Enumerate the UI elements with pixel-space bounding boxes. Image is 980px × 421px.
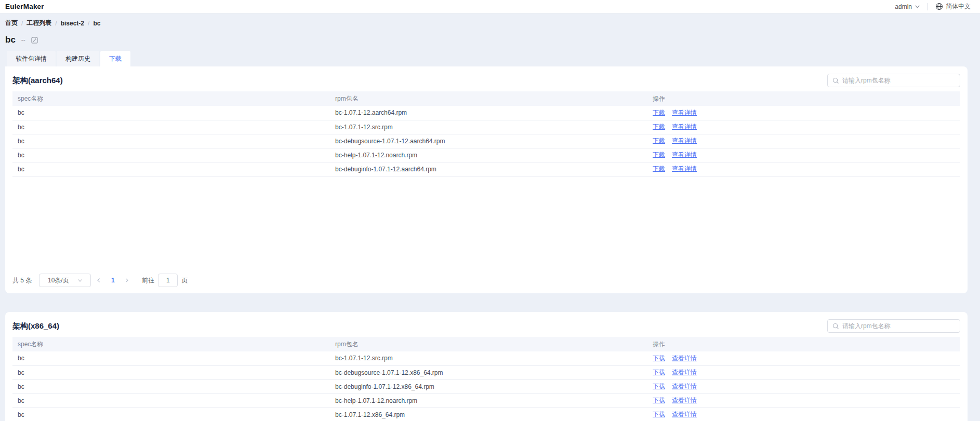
- action-cell: 下载查看详情: [647, 393, 960, 408]
- rpm-cell: bc-help-1.07.1-12.noarch.rpm: [330, 148, 647, 162]
- goto-page-input[interactable]: [158, 274, 178, 287]
- prev-page-button[interactable]: [91, 274, 107, 287]
- action-cell: 下载查看详情: [647, 106, 960, 120]
- breadcrumb-item-home[interactable]: 首页: [5, 19, 18, 28]
- breadcrumb-item-projects[interactable]: 工程列表: [27, 19, 51, 28]
- action-cell: 下载查看详情: [647, 408, 960, 421]
- view-details-link[interactable]: 查看详情: [672, 137, 697, 144]
- download-table-x86-64: spec名称 rpm包名 操作 bcbc-1.07.1-12.src.rpm下载…: [12, 337, 960, 421]
- search-icon: [832, 323, 839, 330]
- pagination: 共 5 条 10条/页 1 前往 页: [12, 274, 960, 287]
- user-menu[interactable]: admin: [895, 3, 920, 10]
- section-title-x86-64: 架构(x86_64): [12, 321, 59, 331]
- page-title: bc: [5, 35, 16, 45]
- rpm-cell: bc-1.07.1-12.x86_64.rpm: [330, 408, 647, 421]
- spec-cell: bc: [12, 351, 330, 365]
- download-link[interactable]: 下载: [653, 411, 665, 418]
- view-details-link[interactable]: 查看详情: [672, 109, 697, 116]
- tab-bar: 软件包详情 构建历史 下载: [7, 51, 980, 66]
- spec-cell: bc: [12, 408, 330, 421]
- view-details-link[interactable]: 查看详情: [672, 411, 697, 418]
- column-header-spec: spec名称: [12, 91, 330, 106]
- breadcrumb-item-project[interactable]: bisect-2: [61, 20, 84, 27]
- table-row: bcbc-1.07.1-12.src.rpm下载查看详情: [12, 351, 960, 365]
- brand-logo[interactable]: EulerMaker: [5, 3, 44, 10]
- breadcrumb: 首页 / 工程列表 / bisect-2 / bc: [5, 19, 980, 28]
- divider: [928, 3, 928, 10]
- download-link[interactable]: 下载: [653, 355, 665, 362]
- breadcrumb-separator: /: [21, 20, 23, 27]
- action-cell: 下载查看详情: [647, 134, 960, 148]
- view-details-link[interactable]: 查看详情: [672, 383, 697, 390]
- action-cell: 下载查看详情: [647, 351, 960, 365]
- rpm-cell: bc-1.07.1-12.src.rpm: [330, 351, 647, 365]
- username: admin: [895, 3, 912, 10]
- download-table-aarch64: spec名称 rpm包名 操作 bcbc-1.07.1-12.aarch64.r…: [12, 91, 960, 176]
- rpm-search-input[interactable]: [842, 77, 955, 84]
- total-count: 共 5 条: [12, 276, 32, 285]
- globe-icon: [935, 3, 943, 10]
- action-cell: 下载查看详情: [647, 162, 960, 176]
- action-cell: 下载查看详情: [647, 379, 960, 393]
- next-page-button[interactable]: [119, 274, 135, 287]
- rpm-search-box: [827, 74, 960, 87]
- search-icon: [832, 77, 839, 84]
- rpm-cell: bc-1.07.1-12.aarch64.rpm: [330, 106, 647, 120]
- tab-build-history[interactable]: 构建历史: [57, 51, 99, 66]
- table-row: bcbc-debugsource-1.07.1-12.x86_64.rpm下载查…: [12, 365, 960, 379]
- page-number-1[interactable]: 1: [107, 277, 119, 284]
- rpm-search-input[interactable]: [842, 322, 955, 330]
- action-cell: 下载查看详情: [647, 148, 960, 162]
- rpm-cell: bc-help-1.07.1-12.noarch.rpm: [330, 393, 647, 408]
- breadcrumb-separator: /: [55, 20, 57, 27]
- chevron-down-icon: [915, 4, 920, 9]
- table-row: bcbc-debugsource-1.07.1-12.aarch64.rpm下载…: [12, 134, 960, 148]
- view-details-link[interactable]: 查看详情: [672, 355, 697, 362]
- table-row: bcbc-help-1.07.1-12.noarch.rpm下载查看详情: [12, 148, 960, 162]
- language-switcher[interactable]: 简体中文: [935, 2, 971, 11]
- language-label: 简体中文: [946, 2, 971, 11]
- rpm-cell: bc-debugsource-1.07.1-12.x86_64.rpm: [330, 365, 647, 379]
- view-details-link[interactable]: 查看详情: [672, 165, 697, 172]
- download-link[interactable]: 下载: [653, 165, 665, 172]
- edit-icon[interactable]: [31, 37, 38, 44]
- table-row: bcbc-debuginfo-1.07.1-12.x86_64.rpm下载查看详…: [12, 379, 960, 393]
- download-link[interactable]: 下载: [653, 109, 665, 116]
- spec-cell: bc: [12, 393, 330, 408]
- action-cell: 下载查看详情: [647, 365, 960, 379]
- download-link[interactable]: 下载: [653, 397, 665, 404]
- spec-cell: bc: [12, 120, 330, 134]
- download-link[interactable]: 下载: [653, 383, 665, 390]
- spec-cell: bc: [12, 134, 330, 148]
- rpm-search-box: [827, 319, 960, 333]
- page-subtitle: --: [21, 36, 25, 44]
- tab-package-details[interactable]: 软件包详情: [7, 51, 56, 66]
- view-details-link[interactable]: 查看详情: [672, 123, 697, 130]
- column-header-spec: spec名称: [12, 337, 330, 351]
- rpm-cell: bc-1.07.1-12.src.rpm: [330, 120, 647, 134]
- section-title-aarch64: 架构(aarch64): [12, 76, 63, 86]
- table-row: bcbc-1.07.1-12.src.rpm下载查看详情: [12, 120, 960, 134]
- download-link[interactable]: 下载: [653, 369, 665, 376]
- rpm-cell: bc-debugsource-1.07.1-12.aarch64.rpm: [330, 134, 647, 148]
- view-details-link[interactable]: 查看详情: [672, 397, 697, 404]
- chevron-down-icon: [77, 278, 83, 283]
- tab-download[interactable]: 下载: [100, 51, 130, 66]
- action-cell: 下载查看详情: [647, 120, 960, 134]
- spec-cell: bc: [12, 379, 330, 393]
- download-link[interactable]: 下载: [653, 151, 665, 158]
- top-navbar: EulerMaker admin 简体中文: [0, 0, 980, 13]
- page-size-select[interactable]: 10条/页: [39, 274, 91, 287]
- download-link[interactable]: 下载: [653, 123, 665, 130]
- goto-label: 前往: [142, 276, 154, 285]
- column-header-action: 操作: [647, 91, 960, 106]
- download-link[interactable]: 下载: [653, 137, 665, 144]
- table-row: bcbc-help-1.07.1-12.noarch.rpm下载查看详情: [12, 393, 960, 408]
- spec-cell: bc: [12, 106, 330, 120]
- view-details-link[interactable]: 查看详情: [672, 369, 697, 376]
- column-header-rpm: rpm包名: [330, 337, 647, 351]
- breadcrumb-item-package: bc: [93, 20, 100, 27]
- view-details-link[interactable]: 查看详情: [672, 151, 697, 158]
- column-header-rpm: rpm包名: [330, 91, 647, 106]
- spec-cell: bc: [12, 148, 330, 162]
